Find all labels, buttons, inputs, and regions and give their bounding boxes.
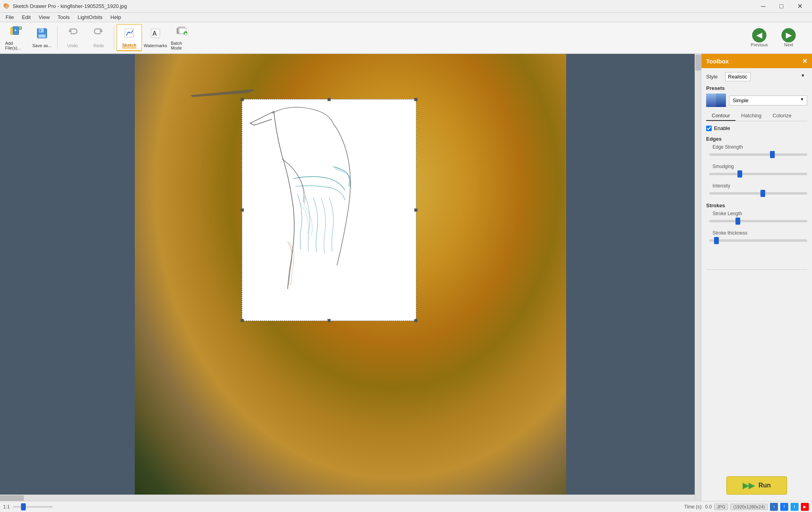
twitter-icon-button[interactable]: t — [791, 503, 799, 511]
presets-row: Simple Classic Detailed — [706, 94, 807, 107]
presets-select[interactable]: Simple Classic Detailed — [729, 96, 807, 105]
add-files-button[interactable]: + + Add File(s)... — [3, 24, 29, 51]
format-badge: JPG — [714, 504, 728, 510]
intensity-slider[interactable] — [709, 192, 807, 195]
handle-left[interactable] — [241, 208, 244, 212]
save-as-button[interactable]: Save as... — [29, 24, 55, 51]
edge-strength-slider[interactable] — [709, 153, 807, 156]
edge-strength-label: Edge Strength — [712, 144, 807, 150]
add-files-icon: + + — [10, 25, 22, 39]
run-button[interactable]: ▶▶ Run — [726, 476, 787, 495]
maximize-button[interactable]: □ — [772, 0, 791, 13]
close-button[interactable]: ✕ — [791, 0, 809, 13]
edge-strength-row: Edge Strength — [709, 144, 807, 159]
undo-label: Undo — [67, 43, 78, 48]
undo-icon — [67, 27, 79, 42]
youtube-icon-button[interactable]: ▶ — [801, 503, 809, 511]
svg-rect-8 — [40, 29, 41, 32]
run-section: ▶▶ Run — [701, 470, 812, 501]
sketch-overlay — [242, 99, 416, 321]
toolbox-header: Toolbox ✕ — [701, 54, 812, 68]
redo-label: Redo — [94, 43, 104, 48]
stroke-thickness-label: Stroke thickness — [712, 230, 807, 236]
undo-button[interactable]: Undo — [60, 24, 85, 51]
style-select[interactable]: Realistic — [725, 72, 751, 81]
canvas-area[interactable] — [0, 54, 701, 501]
watermarks-label: Watermarks — [144, 43, 167, 48]
redo-button[interactable]: Redo — [86, 24, 111, 51]
stroke-thickness-slider[interactable] — [709, 239, 807, 242]
handle-right[interactable] — [414, 208, 417, 212]
status-left: 1:1 — [3, 504, 681, 510]
run-label: Run — [758, 482, 771, 489]
menu-edit[interactable]: Edit — [18, 13, 34, 22]
batch-mode-button[interactable]: ▶ Batch Mode — [169, 24, 194, 51]
tab-contour[interactable]: Contour — [706, 111, 735, 121]
handle-bottom[interactable] — [327, 319, 331, 322]
enable-label: Enable — [714, 125, 730, 131]
toolbox-divider — [706, 269, 807, 270]
corner-handle-br[interactable] — [414, 319, 417, 322]
next-button[interactable]: ▶ Next — [775, 24, 802, 51]
presets-label: Presets — [706, 85, 807, 91]
batch-mode-icon: ▶ — [176, 25, 188, 39]
corner-handle-tr[interactable] — [414, 98, 417, 101]
toolbar: + + Add File(s)... Save as... Und — [0, 22, 812, 54]
facebook-icon-button[interactable]: f — [780, 503, 788, 511]
strokes-section: Strokes Stroke Length Stroke thickness — [706, 203, 807, 245]
toolbox-panel: Toolbox ✕ Style Realistic Presets — [701, 54, 812, 501]
menu-help[interactable]: Help — [107, 13, 125, 22]
menu-file[interactable]: File — [2, 13, 18, 22]
add-files-label: Add File(s)... — [5, 41, 27, 50]
status-bar: 1:1 Time (s): 0.0 JPG (1920x1280x24) i f… — [0, 501, 812, 512]
strokes-section-label: Strokes — [706, 203, 807, 208]
previous-button[interactable]: ◀ Previous — [745, 24, 773, 51]
next-label: Next — [784, 42, 793, 47]
smudging-label: Smudging — [712, 164, 807, 169]
smudging-slider[interactable] — [709, 173, 807, 175]
presets-preview-icon — [706, 94, 726, 107]
stroke-length-row: Stroke Length — [709, 211, 807, 225]
minimize-button[interactable]: ─ — [754, 0, 772, 13]
tab-colorize[interactable]: Colorize — [767, 111, 797, 121]
bird-beak — [190, 83, 254, 108]
menu-softorbits[interactable]: LightOrbits — [74, 13, 107, 22]
menu-bar: File Edit View Tools LightOrbits Help — [0, 13, 812, 22]
tab-hatching[interactable]: Hatching — [735, 111, 767, 121]
toolbar-separator-1 — [57, 27, 57, 49]
style-row: Style Realistic — [706, 72, 807, 81]
svg-text:+: + — [19, 26, 21, 30]
scrollbar-thumb-h[interactable] — [0, 495, 24, 501]
tabs-row: Contour Hatching Colorize — [706, 111, 807, 121]
intensity-label: Intensity — [712, 183, 807, 189]
previous-icon: ◀ — [752, 28, 766, 42]
zoom-slider[interactable] — [13, 506, 53, 508]
dimensions-badge: (1920x1280x24) — [730, 504, 768, 510]
status-right: Time (s): 0.0 JPG (1920x1280x24) i f t ▶ — [684, 503, 809, 511]
toolbox-title: Toolbox — [706, 58, 729, 65]
presets-select-wrapper: Simple Classic Detailed — [729, 96, 807, 105]
sketch-bird-drawing — [242, 99, 416, 321]
svg-text:A: A — [152, 30, 157, 37]
toolbox-close-button[interactable]: ✕ — [802, 57, 807, 65]
vertical-scrollbar[interactable] — [695, 54, 701, 501]
main-area: Toolbox ✕ Style Realistic Presets — [0, 54, 812, 501]
toolbar-separator-2 — [114, 27, 114, 49]
info-icon-button[interactable]: i — [770, 503, 778, 511]
svg-rect-11 — [125, 29, 134, 37]
scrollbar-thumb[interactable] — [695, 55, 701, 71]
sketch-button[interactable]: Sketch — [117, 24, 142, 51]
svg-text:▶: ▶ — [185, 32, 188, 36]
corner-handle-bl[interactable] — [241, 319, 244, 322]
enable-checkbox[interactable] — [706, 126, 712, 131]
stroke-length-label: Stroke Length — [712, 211, 807, 216]
app-icon: 🎨 — [3, 3, 10, 10]
menu-view[interactable]: View — [34, 13, 54, 22]
handle-top[interactable] — [327, 98, 331, 101]
time-value: 0.0 — [705, 504, 712, 510]
watermarks-button[interactable]: A Watermarks — [143, 24, 168, 51]
nav-buttons: ◀ Previous ▶ Next — [745, 24, 802, 51]
menu-tools[interactable]: Tools — [54, 13, 73, 22]
stroke-length-slider[interactable] — [709, 220, 807, 222]
horizontal-scrollbar[interactable] — [0, 495, 695, 501]
